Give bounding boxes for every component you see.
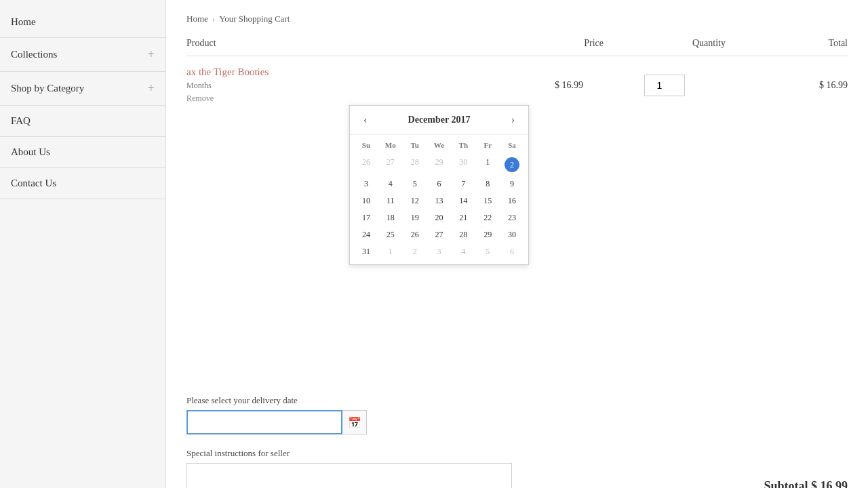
calendar-day[interactable]: 21 [451, 209, 475, 226]
col-product: Product [186, 38, 502, 49]
calendar-week: 17 18 19 20 21 22 23 [354, 209, 524, 226]
calendar-day[interactable]: 3 [427, 243, 452, 260]
sidebar-item-label: About Us [11, 146, 50, 158]
calendar-day[interactable]: 6 [500, 243, 524, 260]
calendar-day[interactable]: 28 [451, 226, 475, 243]
calendar-day[interactable]: 5 [403, 176, 427, 192]
breadcrumb: Home › Your Shopping Cart [186, 14, 848, 24]
calendar-week: 10 11 12 13 14 15 16 [354, 192, 524, 209]
calendar-toggle-button[interactable]: 📅 [342, 410, 367, 434]
calendar-day[interactable]: 30 [500, 226, 524, 243]
calendar-day[interactable]: 25 [378, 226, 403, 243]
calendar-day[interactable]: 24 [354, 226, 378, 243]
subtotal-label: Subtotal [764, 479, 808, 488]
calendar-day[interactable]: 4 [451, 243, 475, 260]
delivery-label: Please select your delivery date [186, 395, 848, 406]
calendar-day[interactable]: 30 [451, 154, 475, 176]
product-name: ax the Tiger Booties [186, 66, 502, 78]
product-price: $ 16.99 [502, 80, 604, 91]
calendar-day[interactable]: 19 [403, 209, 427, 226]
calendar-day[interactable]: 8 [475, 176, 500, 192]
calendar-week: 26 27 28 29 30 1 2 [354, 154, 524, 176]
subtotal-value: $ 16.99 [811, 479, 848, 488]
cart-product-row: ax the Tiger Booties Months Remove $ 16.… [186, 66, 848, 104]
calendar-day[interactable]: 14 [451, 192, 475, 209]
calendar-day[interactable]: 1 [378, 243, 403, 260]
calendar-day[interactable]: 15 [475, 192, 500, 209]
product-quantity-cell [604, 75, 726, 96]
instructions-textarea[interactable] [186, 463, 512, 488]
product-sub: Months [186, 81, 502, 91]
sidebar-item-home[interactable]: Home [0, 7, 165, 38]
sidebar-item-label: Collections [11, 49, 57, 60]
calendar-day[interactable]: 29 [427, 154, 452, 176]
calendar-week: 24 25 26 27 28 29 30 [354, 226, 524, 243]
calendar-day[interactable]: 6 [427, 176, 452, 192]
calendar-popup: ‹ December 2017 › Su Mo Tu We Th Fr Sa 2… [349, 105, 529, 265]
sidebar-item-contact-us[interactable]: Contact Us [0, 168, 165, 199]
calendar-day-labels: Su Mo Tu We Th Fr Sa [354, 139, 524, 151]
calendar-day[interactable]: 26 [403, 226, 427, 243]
delivery-section: Please select your delivery date 📅 [186, 395, 848, 434]
summary-section: Subtotal $ 16.99 Shipping & taxes calcul… [705, 479, 848, 488]
calendar-day[interactable]: 29 [475, 226, 500, 243]
col-price: Price [502, 38, 604, 49]
calendar-day[interactable]: 3 [354, 176, 378, 192]
calendar-week: 3 4 5 6 7 8 9 [354, 176, 524, 192]
calendar-day[interactable]: 2 [500, 154, 524, 176]
calendar-day[interactable]: 26 [354, 154, 378, 176]
product-total: $ 16.99 [726, 80, 848, 91]
calendar-day[interactable]: 31 [354, 243, 378, 260]
sidebar-item-faq[interactable]: FAQ [0, 106, 165, 137]
sidebar-item-label: Shop by Category [11, 83, 84, 94]
calendar-day[interactable]: 23 [500, 209, 524, 226]
calendar-day[interactable]: 9 [500, 176, 524, 192]
calendar-week: 31 1 2 3 4 5 6 [354, 243, 524, 260]
calendar-day[interactable]: 27 [427, 226, 452, 243]
sidebar-item-label: Home [11, 16, 36, 28]
calendar-day[interactable]: 13 [427, 192, 452, 209]
sidebar-item-label: FAQ [11, 115, 31, 127]
calendar-icon: 📅 [348, 416, 361, 429]
calendar-day[interactable]: 16 [500, 192, 524, 209]
product-info: ax the Tiger Booties Months Remove [186, 66, 502, 104]
sidebar: Home Collections + Shop by Category + FA… [0, 0, 166, 488]
calendar-day[interactable]: 7 [451, 176, 475, 192]
delivery-date-input[interactable] [186, 410, 342, 434]
sidebar-item-collections[interactable]: Collections + [0, 38, 165, 72]
plus-icon: + [148, 47, 155, 62]
page-layout: Home Collections + Shop by Category + FA… [0, 0, 868, 488]
calendar-day[interactable]: 4 [378, 176, 403, 192]
main-content: Home › Your Shopping Cart Product Price … [166, 0, 868, 488]
calendar-day[interactable]: 22 [475, 209, 500, 226]
breadcrumb-current: Your Shopping Cart [219, 14, 290, 24]
plus-icon: + [148, 81, 155, 96]
calendar-title: December 2017 [408, 115, 471, 125]
sidebar-item-shop-by-category[interactable]: Shop by Category + [0, 72, 165, 106]
calendar-grid: Su Mo Tu We Th Fr Sa 26 27 28 29 30 1 [350, 135, 528, 264]
calendar-day[interactable]: 18 [378, 209, 403, 226]
cart-header: Product Price Quantity Total [186, 38, 848, 56]
product-remove-link[interactable]: Remove [186, 94, 502, 104]
calendar-day[interactable]: 28 [403, 154, 427, 176]
delivery-input-row: 📅 [186, 410, 848, 434]
instructions-label: Special instructions for seller [186, 448, 848, 459]
quantity-input[interactable] [644, 75, 685, 96]
calendar-prev-button[interactable]: ‹ [359, 113, 371, 127]
sidebar-item-about-us[interactable]: About Us [0, 137, 165, 168]
calendar-day[interactable]: 20 [427, 209, 452, 226]
calendar-day[interactable]: 17 [354, 209, 378, 226]
calendar-day[interactable]: 1 [475, 154, 500, 176]
calendar-day[interactable]: 10 [354, 192, 378, 209]
calendar-next-button[interactable]: › [507, 113, 519, 127]
calendar-header: ‹ December 2017 › [350, 106, 528, 135]
calendar-day[interactable]: 27 [378, 154, 403, 176]
calendar-day[interactable]: 2 [403, 243, 427, 260]
calendar-day[interactable]: 12 [403, 192, 427, 209]
calendar-day[interactable]: 11 [378, 192, 403, 209]
subtotal-row: Subtotal $ 16.99 [705, 479, 848, 488]
col-quantity: Quantity [604, 38, 726, 49]
breadcrumb-home-link[interactable]: Home [186, 14, 208, 24]
calendar-day[interactable]: 5 [475, 243, 500, 260]
col-total: Total [726, 38, 848, 49]
